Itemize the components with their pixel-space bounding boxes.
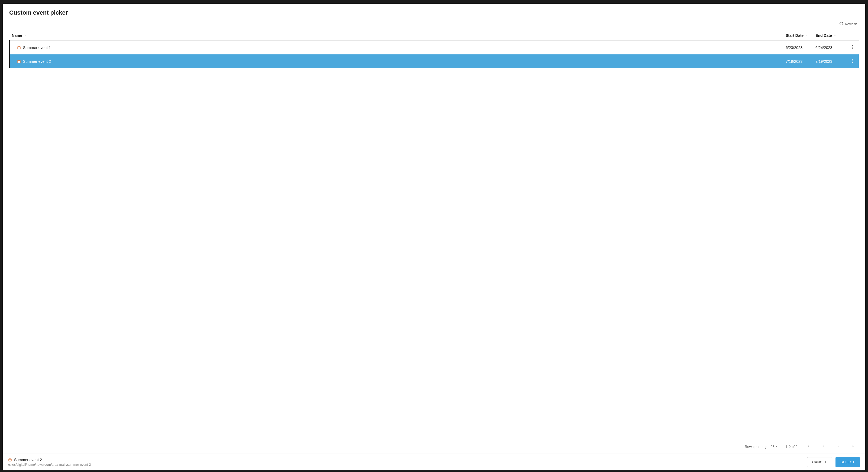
selection-info: Summer event 2 /sites/digitall/home/news… [8, 458, 91, 467]
column-header-end-date[interactable]: End Date [813, 31, 846, 41]
row-start-date: 7/19/2023 [783, 55, 813, 68]
table-container: Name Start Date [3, 31, 865, 440]
svg-rect-9 [18, 60, 19, 60]
column-header-start-date[interactable]: Start Date [783, 31, 813, 41]
svg-point-11 [852, 59, 852, 60]
svg-rect-16 [9, 459, 9, 459]
svg-point-12 [852, 60, 852, 61]
chevron-down-icon [775, 445, 778, 449]
sort-arrow-icon [834, 33, 836, 38]
calendar-event-icon [8, 458, 12, 462]
row-more-button[interactable] [851, 58, 854, 65]
refresh-icon [839, 22, 843, 26]
select-button[interactable]: SELECT [836, 457, 860, 467]
rows-per-page-value: 25 [771, 445, 774, 449]
events-table: Name Start Date [9, 31, 859, 68]
modal-toolbar: Refresh [3, 19, 865, 31]
svg-rect-1 [18, 46, 21, 47]
event-picker-modal: Custom event picker Refresh [3, 4, 865, 470]
table-row[interactable]: Summer event 1 6/23/20236/24/2023 [10, 41, 859, 55]
calendar-event-icon [17, 60, 21, 63]
last-page-icon [852, 445, 855, 449]
last-page-button[interactable] [851, 444, 856, 450]
refresh-label: Refresh [845, 22, 857, 26]
first-page-icon [806, 445, 809, 449]
rows-per-page-label: Rows per page [745, 445, 768, 449]
column-header-end-date-label: End Date [815, 33, 832, 38]
svg-rect-15 [9, 459, 12, 460]
modal-title: Custom event picker [9, 9, 859, 16]
row-more-button[interactable] [851, 44, 854, 51]
column-header-name-label: Name [12, 33, 22, 38]
selection-path: /sites/digitall/home/newsroom/area-main/… [8, 463, 91, 467]
column-header-actions [846, 31, 859, 41]
column-header-start-date-label: Start Date [786, 33, 804, 38]
rows-per-page-select[interactable]: 25 [771, 445, 778, 449]
table-row[interactable]: Summer event 2 7/19/20237/19/2023 [10, 55, 859, 68]
column-header-name[interactable]: Name [10, 31, 784, 41]
chevron-left-icon [822, 445, 825, 449]
row-name: Summer event 2 [23, 59, 51, 64]
svg-point-4 [852, 45, 852, 46]
sort-arrow-icon [24, 33, 27, 38]
svg-point-6 [852, 48, 852, 49]
selection-name: Summer event 2 [14, 458, 42, 463]
refresh-button[interactable]: Refresh [838, 21, 859, 27]
modal-header: Custom event picker [3, 4, 865, 19]
svg-point-5 [852, 46, 852, 47]
prev-page-button[interactable] [820, 444, 826, 450]
svg-rect-8 [18, 60, 21, 61]
row-name: Summer event 1 [23, 45, 51, 50]
calendar-event-icon [17, 46, 21, 49]
row-end-date: 7/19/2023 [813, 55, 846, 68]
more-vert-icon [852, 59, 853, 64]
more-vert-icon [852, 45, 853, 50]
svg-rect-10 [20, 60, 20, 60]
sort-arrow-icon [805, 33, 808, 38]
next-page-button[interactable] [836, 444, 841, 450]
row-end-date: 6/24/2023 [813, 41, 846, 55]
row-start-date: 6/23/2023 [783, 41, 813, 55]
svg-rect-3 [20, 46, 20, 46]
svg-rect-17 [10, 459, 11, 459]
pagination-bar: Rows per page 25 1-2 of 2 [3, 440, 865, 453]
svg-rect-2 [18, 46, 19, 46]
chevron-right-icon [837, 445, 840, 449]
svg-point-13 [852, 62, 852, 63]
pagination-range-label: 1-2 of 2 [786, 445, 798, 449]
modal-footer: Summer event 2 /sites/digitall/home/news… [3, 453, 865, 470]
cancel-button[interactable]: CANCEL [807, 457, 832, 467]
first-page-button[interactable] [805, 444, 811, 450]
